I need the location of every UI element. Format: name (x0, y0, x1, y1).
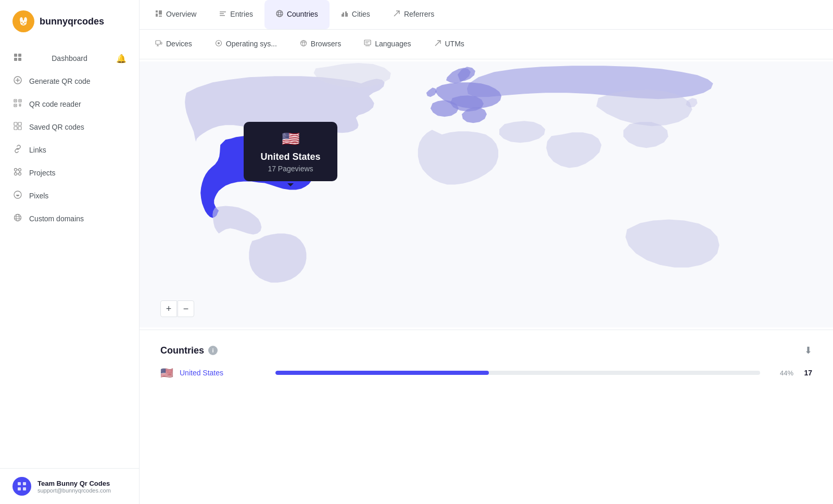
languages-icon (364, 40, 371, 48)
tab-referrers[interactable]: Referrers (382, 0, 446, 29)
footer-email: support@bunnyqrcodes.com (37, 487, 127, 494)
svg-rect-58 (342, 14, 343, 17)
section-header: Countries i ⬇ (160, 345, 812, 356)
svg-rect-24 (18, 122, 21, 125)
sidebar-label-generate: Generate QR code (29, 77, 91, 85)
sidebar-item-dashboard[interactable]: Dashboard 🔔 (0, 47, 139, 70)
tab-label-languages: Languages (375, 40, 411, 48)
map-zoom-out-button[interactable]: − (178, 300, 194, 317)
svg-rect-7 (14, 54, 17, 57)
svg-point-3 (20, 20, 27, 26)
devices-icon (155, 40, 162, 48)
domains-icon (12, 213, 23, 224)
main-content: Overview Entries Countries Cities Referr… (140, 0, 833, 504)
map-zoom-controls: + − (160, 300, 194, 317)
country-flag: 🇺🇸 (160, 367, 173, 379)
tab-cities[interactable]: Cities (330, 0, 382, 29)
tab-devices[interactable]: Devices (144, 30, 204, 59)
tabs-row-2: Devices Operating sys... Browsers Langua… (140, 30, 833, 59)
svg-rect-64 (161, 42, 162, 44)
svg-rect-46 (156, 14, 158, 17)
sidebar-item-projects[interactable]: Projects (0, 161, 139, 184)
svg-point-68 (302, 40, 305, 46)
tab-entries[interactable]: Entries (208, 0, 264, 29)
logo[interactable]: bunnyqrcodes (0, 0, 139, 43)
section-title: Countries i (160, 345, 218, 356)
svg-rect-61 (156, 41, 160, 44)
svg-rect-47 (159, 10, 162, 15)
tooltip-flag: 🇺🇸 (256, 130, 325, 147)
tab-label-operating: Operating sys... (226, 40, 277, 48)
country-pct: 44% (773, 369, 793, 377)
tab-label-devices: Devices (166, 40, 192, 48)
pixels-icon (12, 191, 23, 201)
svg-point-30 (19, 173, 21, 175)
svg-point-27 (15, 169, 17, 171)
tab-label-countries: Countries (287, 10, 318, 18)
svg-point-66 (218, 42, 220, 44)
svg-rect-23 (14, 122, 17, 125)
saved-icon (12, 122, 23, 132)
tab-overview[interactable]: Overview (144, 0, 208, 29)
svg-point-40 (16, 480, 28, 493)
svg-point-52 (276, 10, 283, 17)
tab-languages[interactable]: Languages (352, 30, 422, 59)
tab-utms[interactable]: UTMs (423, 30, 476, 59)
sidebar-label-reader: QR code reader (29, 100, 81, 108)
svg-rect-44 (23, 487, 26, 490)
grid-icon (12, 53, 23, 64)
sidebar-item-domains[interactable]: Custom domains (0, 207, 139, 230)
country-name[interactable]: United States (180, 369, 263, 377)
svg-rect-56 (343, 12, 344, 17)
sidebar-item-generate[interactable]: Generate QR code (0, 70, 139, 93)
download-icon[interactable]: ⬇ (804, 345, 812, 356)
map-zoom-in-button[interactable]: + (160, 300, 177, 317)
overview-icon (155, 10, 162, 19)
country-count: 17 (800, 369, 812, 377)
svg-point-37 (16, 215, 19, 221)
reader-icon (12, 99, 23, 109)
svg-rect-9 (14, 58, 17, 61)
tabs-row-1: Overview Entries Countries Cities Referr… (140, 0, 833, 30)
country-bar-fill (275, 371, 489, 375)
svg-rect-59 (347, 13, 348, 17)
svg-rect-18 (20, 100, 21, 102)
svg-point-36 (15, 215, 21, 221)
svg-rect-25 (14, 127, 17, 130)
tab-countries[interactable]: Countries (264, 0, 330, 29)
utms-icon (434, 40, 441, 48)
sidebar-label-saved: Saved QR codes (29, 123, 84, 131)
svg-rect-57 (345, 11, 347, 17)
referrers-icon (393, 10, 400, 19)
svg-point-67 (300, 40, 306, 46)
logo-icon (12, 10, 34, 32)
svg-rect-26 (18, 127, 21, 130)
countries-globe-icon (276, 10, 283, 19)
tooltip-views: 17 Pageviews (256, 165, 325, 173)
svg-rect-41 (18, 482, 21, 485)
table-row: 🇺🇸 United States 44% 17 (160, 367, 812, 379)
svg-rect-43 (18, 487, 21, 490)
svg-point-29 (15, 173, 17, 175)
sidebar-nav: Dashboard 🔔 Generate QR code QR code rea… (0, 43, 139, 468)
logo-text: bunnyqrcodes (40, 16, 104, 27)
tab-label-referrers: Referrers (404, 10, 434, 18)
sidebar-item-links[interactable]: Links (0, 138, 139, 161)
sidebar-item-reader[interactable]: QR code reader (0, 93, 139, 116)
sidebar-footer: Team Bunny Qr Codes support@bunnyqrcodes… (0, 468, 139, 504)
sidebar-item-saved[interactable]: Saved QR codes (0, 116, 139, 138)
sidebar-item-pixels[interactable]: Pixels (0, 184, 139, 207)
tab-label-entries: Entries (230, 10, 253, 18)
tab-browsers[interactable]: Browsers (288, 30, 352, 59)
footer-name: Team Bunny Qr Codes (37, 480, 127, 487)
browsers-icon (300, 40, 307, 48)
svg-rect-10 (18, 58, 21, 61)
info-icon[interactable]: i (208, 346, 218, 355)
tab-operating[interactable]: Operating sys... (204, 30, 288, 59)
operating-icon (215, 40, 222, 48)
svg-rect-51 (220, 15, 225, 16)
svg-point-4 (21, 22, 22, 23)
svg-point-6 (22, 23, 24, 24)
main-scroll-area: 🇺🇸 United States 17 Pageviews + − Countr… (140, 59, 833, 504)
svg-rect-49 (220, 11, 226, 12)
